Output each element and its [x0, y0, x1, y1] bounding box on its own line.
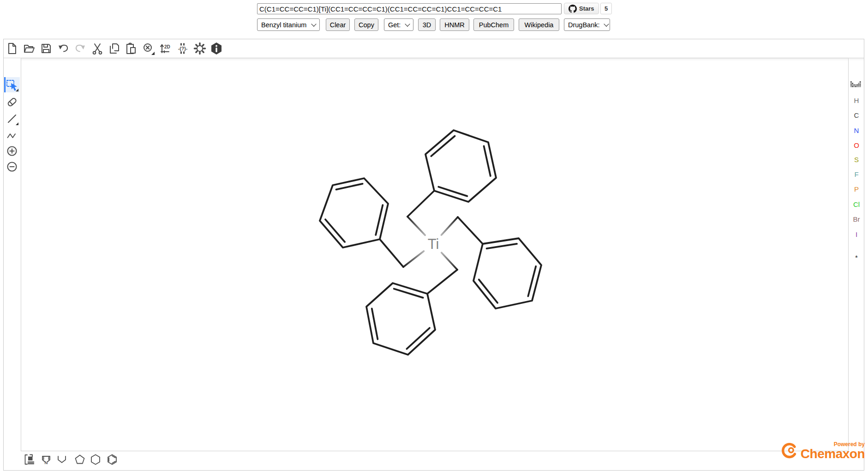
element-f[interactable]: F: [849, 169, 864, 180]
sketcher-frame: 2D -(?)-: [3, 39, 864, 471]
cyclohexane-template-icon[interactable]: [89, 453, 102, 466]
chevron-down-icon: [311, 21, 316, 26]
select-rectangle-tool[interactable]: [4, 77, 20, 92]
clean-2d-icon[interactable]: 2D: [158, 42, 172, 55]
chevron-down-icon: [604, 21, 609, 26]
main-toolbar: 2D -(?)-: [4, 39, 864, 58]
hnmr-button[interactable]: HNMR: [440, 18, 469, 31]
paste-icon[interactable]: [124, 42, 138, 55]
single-bond-tool[interactable]: [4, 111, 20, 126]
molecule-select[interactable]: Benzyl titanium: [257, 18, 320, 31]
template-toolbar: N: [4, 452, 864, 470]
chain-tool[interactable]: [4, 127, 20, 143]
github-stars-button[interactable]: Stars: [564, 3, 599, 14]
redo-icon[interactable]: [73, 42, 87, 55]
github-stars-label: Stars: [579, 5, 594, 12]
get-select[interactable]: Get:: [384, 18, 413, 31]
3d-button[interactable]: 3D: [418, 18, 436, 31]
zoom-in-tool[interactable]: [4, 143, 20, 158]
element-o[interactable]: O: [849, 139, 864, 151]
open-icon[interactable]: [22, 42, 36, 55]
benzene-template-icon[interactable]: [106, 453, 119, 466]
drawing-canvas[interactable]: [21, 58, 849, 451]
undo-icon[interactable]: [57, 42, 71, 55]
chemaxon-wordmark: Chemaxon: [801, 448, 865, 460]
cut-icon[interactable]: [90, 42, 104, 55]
chemaxon-logo-icon: [782, 440, 798, 461]
clear-canvas-icon[interactable]: [141, 42, 155, 55]
github-icon: [569, 5, 577, 13]
svg-text:-(?)-: -(?)-: [178, 46, 188, 51]
element-s[interactable]: S: [849, 154, 864, 165]
cyclopentadiene-template-icon[interactable]: [55, 453, 68, 466]
element-i[interactable]: I: [849, 229, 864, 240]
element-n[interactable]: N: [849, 125, 864, 136]
eraser-tool[interactable]: [4, 94, 20, 109]
abbreviated-group-template-icon[interactable]: [23, 453, 36, 466]
element-any[interactable]: *: [849, 252, 864, 263]
svg-text:2D: 2D: [164, 44, 170, 49]
zoom-out-tool[interactable]: [4, 159, 20, 174]
save-icon[interactable]: [39, 42, 53, 55]
element-palette: H C N O S F P Cl Br I *: [849, 58, 864, 470]
element-cl[interactable]: Cl: [849, 199, 864, 210]
smiles-input[interactable]: [257, 3, 562, 14]
periodic-table-icon[interactable]: [850, 81, 862, 91]
settings-gear-icon[interactable]: [193, 42, 207, 55]
pubchem-button[interactable]: PubChem: [473, 18, 514, 31]
element-c[interactable]: C: [849, 109, 864, 121]
pyrrole-template-icon[interactable]: N: [40, 453, 53, 466]
wikipedia-button[interactable]: Wikipedia: [519, 18, 559, 31]
drugbank-select[interactable]: DrugBank:: [564, 18, 610, 31]
new-document-icon[interactable]: [5, 42, 19, 55]
github-star-count[interactable]: 5: [600, 3, 612, 14]
svg-text:N: N: [45, 460, 48, 465]
left-tool-strip: [4, 58, 21, 470]
marvin-sketch-app: Stars 5 Benzyl titanium Clear Copy Get: …: [0, 0, 868, 472]
about-info-icon[interactable]: [210, 42, 223, 55]
abbreviated-groups-icon[interactable]: -(?)-: [176, 42, 190, 55]
element-h[interactable]: H: [849, 95, 864, 106]
chemaxon-branding[interactable]: Powered by Chemaxon: [782, 439, 865, 463]
cyclopentane-template-icon[interactable]: [73, 453, 86, 466]
chevron-down-icon: [405, 21, 410, 26]
copy-button[interactable]: Copy: [354, 18, 378, 31]
element-p[interactable]: P: [849, 183, 864, 194]
clear-button[interactable]: Clear: [326, 18, 350, 31]
copy-icon[interactable]: [108, 42, 121, 55]
element-br[interactable]: Br: [849, 213, 864, 224]
